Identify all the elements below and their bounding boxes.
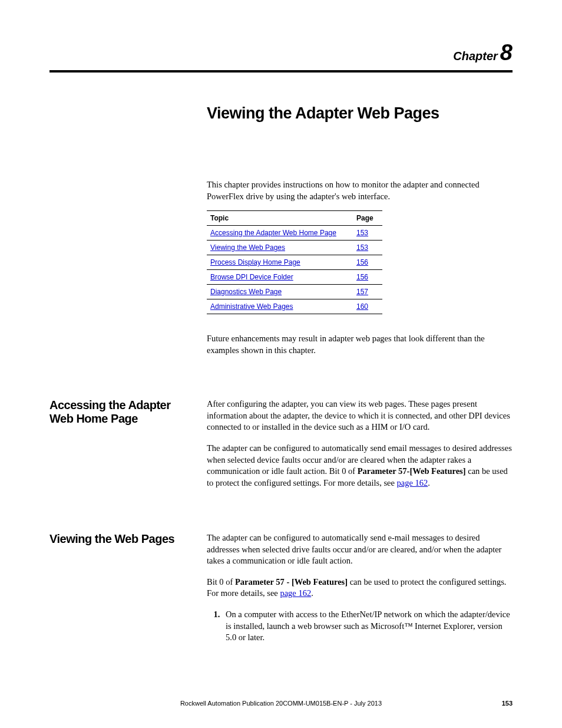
section-heading-viewing: Viewing the Web Pages <box>49 532 207 546</box>
table-row: Browse DPI Device Folder 156 <box>207 270 382 285</box>
page-link[interactable]: 156 <box>356 258 368 266</box>
chapter-header: Chapter8 <box>49 40 513 65</box>
topic-link[interactable]: Process Display Home Page <box>210 258 300 266</box>
list-item: On a computer with access to the EtherNe… <box>222 609 513 644</box>
accessing-p2: The adapter can be configured to automat… <box>207 443 513 489</box>
section-viewing: Viewing the Web Pages The adapter can be… <box>49 532 513 644</box>
page-title: Viewing the Adapter Web Pages <box>207 104 513 123</box>
table-row: Diagnostics Web Page 157 <box>207 285 382 299</box>
section-heading-accessing: Accessing the Adapter Web Home Page <box>49 398 207 426</box>
page-link[interactable]: 157 <box>356 288 368 296</box>
table-row: Viewing the Web Pages 153 <box>207 241 382 255</box>
chapter-label: Chapter <box>453 50 498 62</box>
topic-link[interactable]: Administrative Web Pages <box>210 302 293 311</box>
table-row: Accessing the Adapter Web Home Page 153 <box>207 226 382 241</box>
topic-link[interactable]: Browse DPI Device Folder <box>210 273 293 281</box>
page-link[interactable]: 160 <box>356 302 368 311</box>
page-link[interactable]: 156 <box>356 273 368 281</box>
table-header-topic: Topic <box>207 211 353 226</box>
viewing-steps: On a computer with access to the EtherNe… <box>222 609 513 644</box>
topic-link[interactable]: Diagnostics Web Page <box>210 288 282 296</box>
topic-link[interactable]: Viewing the Web Pages <box>210 243 285 252</box>
chapter-number: 8 <box>500 40 513 65</box>
accessing-p1: After configuring the adapter, you can v… <box>207 398 513 433</box>
viewing-p2: Bit 0 of Parameter 57 - [Web Features] c… <box>207 577 513 599</box>
page-link-162[interactable]: page 162 <box>397 478 428 487</box>
topic-link[interactable]: Accessing the Adapter Web Home Page <box>210 229 336 237</box>
table-row: Administrative Web Pages 160 <box>207 299 382 314</box>
post-table-paragraph: Future enhancements may result in adapte… <box>207 333 513 356</box>
page-link-162b[interactable]: page 162 <box>280 588 311 598</box>
table-row: Process Display Home Page 156 <box>207 255 382 270</box>
intro-paragraph: This chapter provides instructions on ho… <box>207 179 513 202</box>
table-header-page: Page <box>353 211 382 226</box>
topic-table: Topic Page Accessing the Adapter Web Hom… <box>207 210 382 314</box>
page-link[interactable]: 153 <box>356 243 368 252</box>
footer-text: Rockwell Automation Publication 20COMM-U… <box>180 700 382 707</box>
viewing-p1: The adapter can be configured to automat… <box>207 532 513 567</box>
section-accessing: Accessing the Adapter Web Home Page Afte… <box>49 398 513 498</box>
footer: Rockwell Automation Publication 20COMM-U… <box>49 700 513 707</box>
footer-page-number: 153 <box>502 700 513 707</box>
page-link[interactable]: 153 <box>356 229 368 237</box>
chapter-rule <box>49 70 513 73</box>
